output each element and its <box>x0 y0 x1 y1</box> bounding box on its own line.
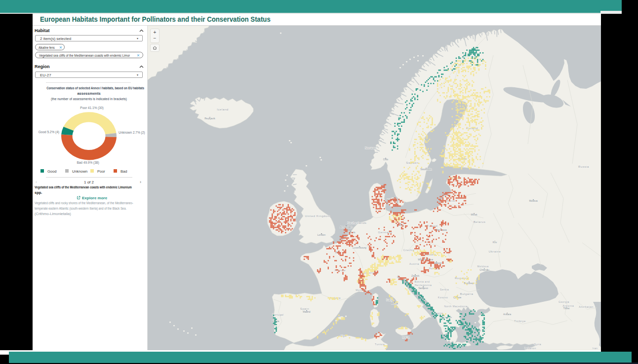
svg-text:Syria: Syria <box>534 343 541 346</box>
svg-text:Lebanon: Lebanon <box>524 347 536 350</box>
svg-text:Kosovo: Kosovo <box>438 296 448 299</box>
svg-text:Türkiye: Türkiye <box>514 320 526 323</box>
svg-text:Austria: Austria <box>409 262 419 265</box>
svg-text:Madrid: Madrid <box>303 310 311 313</box>
svg-text:Iceland: Iceland <box>217 108 229 111</box>
svg-text:United Kingdom: United Kingdom <box>305 215 330 218</box>
svg-text:Norway: Norway <box>365 146 377 149</box>
svg-text:Oslo: Oslo <box>383 158 389 161</box>
svg-text:Netherlands: Netherlands <box>348 221 367 224</box>
svg-text:Kiıv: Kiıv <box>493 241 497 244</box>
svg-text:Serbia: Serbia <box>440 288 449 291</box>
svg-text:Iran: Iran <box>592 347 598 350</box>
svg-text:Tunisia: Tunisia <box>375 343 385 346</box>
svg-text:Sarajevo: Sarajevo <box>418 287 428 290</box>
svg-text:North Macedonia: North Macedonia <box>444 305 467 308</box>
svg-text:Malta: Malta <box>402 336 409 339</box>
svg-text:Luxembourg: Luxembourg <box>353 246 366 249</box>
svg-text:Zagreb: Zagreb <box>411 274 419 277</box>
svg-text:Minsk: Minsk <box>471 213 478 216</box>
svg-text:Moskva: Moskva <box>529 199 537 202</box>
svg-text:Reykjavík: Reykjavík <box>204 117 215 120</box>
svg-text:Poland: Poland <box>427 224 438 227</box>
svg-text:Amsterdam: Amsterdam <box>340 225 353 228</box>
svg-text:Chișinău: Chișinău <box>479 268 489 271</box>
svg-text:Bosnia and: Bosnia and <box>414 280 430 283</box>
svg-text:Tbilisi: Tbilisi <box>563 307 570 310</box>
svg-text:Ukraine: Ukraine <box>489 250 501 253</box>
svg-text:Bulgaria: Bulgaria <box>460 292 474 295</box>
svg-text:Azerbaijan: Azerbaijan <box>579 305 594 308</box>
svg-text:Stockholm: Stockholm <box>420 168 432 171</box>
svg-text:Georgia: Georgia <box>558 300 569 303</box>
svg-text:Lisboa: Lisboa <box>272 320 279 323</box>
svg-text:Budapest: Budapest <box>431 261 442 264</box>
svg-text:London: London <box>318 233 326 236</box>
svg-text:Czechia: Czechia <box>403 249 414 252</box>
svg-text:Ankara: Ankara <box>503 313 511 316</box>
svg-text:Belarus: Belarus <box>474 220 486 223</box>
svg-text:Moldova: Moldova <box>477 265 488 268</box>
svg-text:Russia: Russia <box>578 165 589 168</box>
